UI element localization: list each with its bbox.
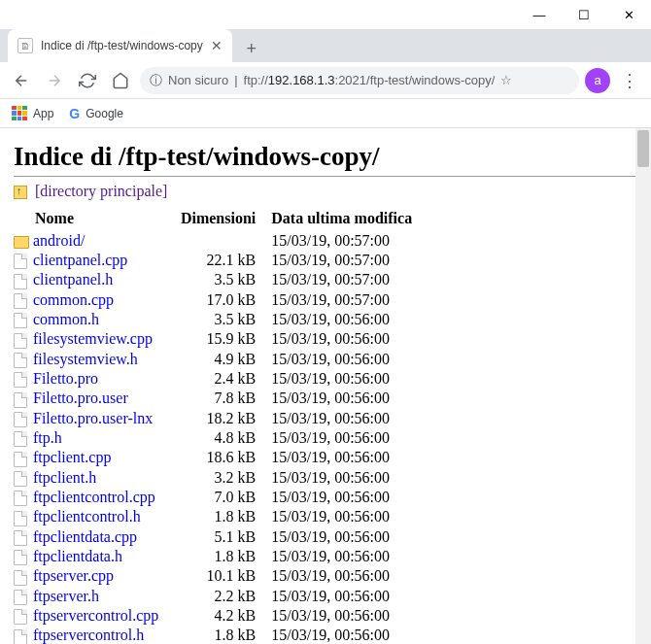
tab-title: Indice di /ftp-test/windows-copy	[41, 39, 203, 52]
cell-date: 15/03/19, 00:56:00	[265, 566, 422, 586]
cell-date: 15/03/19, 00:57:00	[265, 270, 422, 289]
file-link[interactable]: ftpservercontrol.cpp	[33, 607, 158, 624]
file-link[interactable]: ftp.h	[33, 429, 62, 446]
reload-icon	[79, 72, 96, 89]
apps-icon	[12, 106, 27, 121]
cell-size: 2.2 kB	[168, 587, 265, 606]
table-row: android/15/03/19, 00:57:00	[14, 231, 422, 251]
cell-date: 15/03/19, 00:57:00	[265, 290, 422, 310]
file-link[interactable]: Filetto.pro.user-lnx	[33, 410, 153, 426]
bookmark-apps[interactable]: App	[12, 106, 53, 121]
cell-name: filesystemview.cpp	[14, 329, 168, 349]
file-link[interactable]: clientpanel.cpp	[33, 252, 127, 268]
cell-name: ftpclientcontrol.cpp	[14, 488, 168, 507]
file-link[interactable]: ftpclientcontrol.h	[33, 508, 141, 525]
file-link[interactable]: filesystemview.h	[33, 351, 138, 367]
cell-name: ftpclient.cpp	[14, 448, 168, 467]
cell-size: 1.8 kB	[168, 626, 265, 644]
menu-button[interactable]: ⋮	[616, 67, 643, 94]
cell-size: 10.1 kB	[168, 566, 265, 586]
cell-size: 4.9 kB	[168, 350, 265, 369]
window-minimize-button[interactable]: —	[517, 0, 562, 29]
table-row: Filetto.pro.user7.8 kB15/03/19, 00:56:00	[14, 389, 422, 408]
cell-date: 15/03/19, 00:56:00	[265, 507, 422, 526]
cell-name: ftpclientcontrol.h	[14, 507, 168, 526]
cell-size: 18.2 kB	[168, 409, 265, 428]
cell-size: 18.6 kB	[168, 448, 265, 467]
file-icon	[14, 629, 27, 644]
table-row: clientpanel.cpp22.1 kB15/03/19, 00:57:00	[14, 251, 422, 270]
scrollbar[interactable]	[635, 128, 651, 644]
back-button[interactable]	[8, 67, 35, 94]
cell-size: 4.2 kB	[168, 606, 265, 626]
file-link[interactable]: filesystemview.cpp	[33, 330, 153, 347]
file-link[interactable]: ftpservercontrol.h	[33, 627, 144, 643]
file-link[interactable]: common.cpp	[33, 291, 114, 308]
file-link[interactable]: ftpclient.h	[33, 469, 96, 486]
scrollbar-thumb[interactable]	[637, 130, 649, 167]
col-header-date: Data ultima modifica	[265, 210, 422, 231]
col-header-size: Dimensioni	[168, 210, 265, 231]
home-button[interactable]	[107, 67, 134, 94]
security-label: Non sicuro	[168, 73, 228, 87]
parent-directory-link[interactable]: [directory principale]	[14, 183, 637, 200]
cell-size: 17.0 kB	[168, 290, 265, 310]
cell-date: 15/03/19, 00:56:00	[265, 350, 422, 369]
divider	[14, 176, 637, 177]
file-icon	[14, 511, 27, 526]
reload-button[interactable]	[74, 67, 101, 94]
file-icon	[14, 590, 27, 605]
cell-date: 15/03/19, 00:56:00	[265, 389, 422, 408]
file-link[interactable]: ftpclientcontrol.cpp	[33, 489, 155, 505]
table-row: filesystemview.h4.9 kB15/03/19, 00:56:00	[14, 350, 422, 369]
file-icon	[14, 609, 27, 625]
new-tab-button[interactable]: +	[238, 35, 265, 62]
address-bar[interactable]: ⓘ Non sicuro | ftp://192.168.1.3:2021/ft…	[140, 67, 579, 94]
table-row: Filetto.pro2.4 kB15/03/19, 00:56:00	[14, 369, 422, 389]
parent-link-text: [directory principale]	[35, 183, 167, 199]
browser-toolbar: ⓘ Non sicuro | ftp://192.168.1.3:2021/ft…	[0, 62, 651, 99]
page-content: Indice di /ftp-test/windows-copy/ [direc…	[0, 128, 651, 644]
file-icon	[14, 353, 27, 368]
table-row: ftpclientcontrol.cpp7.0 kB15/03/19, 00:5…	[14, 488, 422, 507]
file-link[interactable]: Filetto.pro.user	[33, 390, 128, 406]
cell-date: 15/03/19, 00:56:00	[265, 468, 422, 488]
file-link[interactable]: ftpserver.cpp	[33, 567, 114, 584]
window-close-button[interactable]: ✕	[606, 0, 651, 29]
cell-date: 15/03/19, 00:56:00	[265, 527, 422, 547]
file-link[interactable]: ftpclient.cpp	[33, 449, 111, 465]
table-row: ftpservercontrol.cpp4.2 kB15/03/19, 00:5…	[14, 606, 422, 626]
table-row: filesystemview.cpp15.9 kB15/03/19, 00:56…	[14, 329, 422, 349]
cell-name: filesystemview.h	[14, 350, 168, 369]
file-link[interactable]: common.h	[33, 311, 99, 327]
table-row: common.cpp17.0 kB15/03/19, 00:57:00	[14, 290, 422, 310]
cell-date: 15/03/19, 00:57:00	[265, 251, 422, 270]
arrow-left-icon	[13, 72, 30, 89]
tab-close-button[interactable]: ✕	[211, 38, 223, 53]
window-maximize-button[interactable]: ☐	[562, 0, 606, 29]
folder-up-icon	[14, 186, 27, 199]
cell-size: 1.8 kB	[168, 547, 265, 566]
file-link[interactable]: clientpanel.h	[33, 271, 113, 288]
file-link[interactable]: Filetto.pro	[33, 370, 98, 387]
bookmark-star-button[interactable]: ☆	[500, 73, 512, 87]
file-link[interactable]: android/	[33, 232, 85, 249]
file-icon	[14, 254, 27, 269]
url-text: ftp://192.168.1.3:2021/ftp-test/windows-…	[244, 73, 496, 87]
file-link[interactable]: ftpserver.h	[33, 588, 99, 604]
forward-button[interactable]	[41, 67, 68, 94]
profile-avatar-button[interactable]: a	[585, 68, 610, 93]
page-title: Indice di /ftp-test/windows-copy/	[14, 142, 637, 172]
file-icon	[14, 431, 27, 447]
maximize-icon: ☐	[578, 8, 590, 22]
file-link[interactable]: ftpclientdata.h	[33, 548, 122, 564]
file-icon	[14, 293, 27, 309]
file-icon	[14, 392, 27, 408]
bookmark-google[interactable]: G Google	[69, 106, 123, 121]
avatar-letter: a	[594, 73, 600, 87]
table-row: ftpclient.cpp18.6 kB15/03/19, 00:56:00	[14, 448, 422, 467]
browser-tab[interactable]: 🗎 Indice di /ftp-test/windows-copy ✕	[8, 29, 232, 62]
folder-icon	[14, 236, 29, 249]
cell-date: 15/03/19, 00:56:00	[265, 606, 422, 626]
file-link[interactable]: ftpclientdata.cpp	[33, 528, 137, 545]
